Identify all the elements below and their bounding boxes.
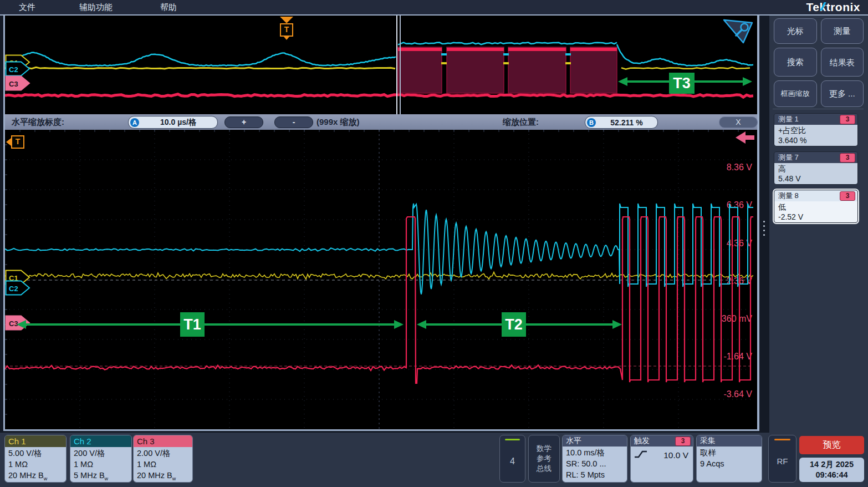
trigger-source-badge: 3: [675, 437, 691, 446]
channel-scale: 5.00 V/格: [8, 448, 66, 459]
record-length: RL: 5 Mpts: [566, 469, 627, 480]
zoom-in-button[interactable]: +: [224, 116, 263, 128]
measurement-badge-7[interactable]: 测量 7 3 高 5.48 V: [774, 151, 858, 185]
measurement-title: 测量 7: [778, 153, 799, 163]
menu-utility[interactable]: 辅助功能: [73, 2, 119, 13]
measurement-name: 低: [778, 202, 857, 212]
results-table-button[interactable]: 结果表: [821, 48, 864, 77]
acquisition-title: 采集: [697, 435, 762, 447]
rf-button[interactable]: RF: [768, 435, 796, 483]
draw-a-box-zoom-button[interactable]: 框画缩放: [774, 80, 817, 107]
acquisition-mode: 取样: [700, 447, 762, 458]
panel-splitter-handle[interactable]: [763, 221, 765, 236]
date-text: 14 2月 2025: [810, 459, 854, 470]
ref-label: 参考: [537, 454, 552, 464]
channel-bandwidth: 20 MHz Bw: [137, 470, 192, 483]
trigger-level: 10.0 V: [647, 450, 693, 461]
knob-a-icon[interactable]: A: [130, 118, 139, 127]
menu-bar: 文件 辅助功能 帮助 Tektronix: [0, 0, 868, 16]
horizontal-badge[interactable]: 水平 10.0 ms/格 SR: 50.0 ... RL: 5 Mpts: [562, 435, 627, 483]
measurement-value: 5.48 V: [778, 174, 857, 184]
channel-bandwidth: 20 MHz Bw: [8, 470, 66, 483]
channel-4-badge[interactable]: 4: [499, 435, 525, 483]
source-badge: 3: [840, 153, 855, 163]
channel-2-badge[interactable]: Ch 2 200 V/格 1 MΩ 5 MHz Bw: [70, 435, 132, 483]
channel-4-label: 4: [510, 440, 515, 482]
channel-3-badge[interactable]: Ch 3 2.00 V/格 1 MΩ 20 MHz Bw: [133, 435, 193, 483]
overview-annotations: [5, 16, 753, 114]
zoom-scale-control[interactable]: A 10.0 µs/格: [128, 116, 218, 129]
channel-name: Ch 1: [5, 435, 66, 447]
menu-help[interactable]: 帮助: [154, 2, 183, 13]
channel-name: Ch 2: [70, 435, 131, 447]
zoom-factor-readout: (999x 缩放): [316, 117, 360, 128]
measurement-title: 测量 1: [778, 114, 799, 124]
zoom-position-value: 52.211 %: [596, 118, 657, 127]
t1-annotation-label: T1: [180, 312, 205, 337]
rf-label: RF: [777, 440, 788, 482]
channel-impedance: 1 MΩ: [8, 459, 66, 470]
t1-arrow: [17, 320, 404, 329]
datetime-badge: 14 2月 2025 09:46:44: [799, 458, 864, 482]
zoom-position-control[interactable]: B 52.211 %: [585, 116, 658, 129]
right-sidebar: 光标 测量 搜索 结果表 框画缩放 更多 ... 测量 1 3 +占空比 3.6…: [769, 16, 868, 487]
zoom-scale-value: 10.0 µs/格: [139, 118, 217, 128]
math-label: 数学: [537, 444, 552, 454]
main-graticule-panel[interactable]: 8.36 V 6.36 V 4.36 V 2.36 V 360 mV -1.64…: [3, 130, 759, 431]
t2-annotation-label: T2: [502, 312, 526, 337]
menu-file[interactable]: 文件: [12, 2, 42, 13]
channel-scale: 2.00 V/格: [137, 448, 192, 459]
trigger-badge[interactable]: 触发 3 10.0 V: [630, 435, 693, 483]
bottom-settings-bar: Ch 1 5.00 V/格 1 MΩ 20 MHz Bw Ch 2 200 V/…: [0, 433, 868, 487]
horizontal-scale: 10.0 ms/格: [566, 447, 627, 458]
trigger-title: 触发: [634, 436, 650, 446]
channel-impedance: 1 MΩ: [137, 459, 192, 470]
waveform-overview-panel[interactable]: C1 C2 C3 T T3: [3, 16, 759, 114]
horizontal-title: 水平: [563, 435, 627, 447]
measurement-name: +占空比: [778, 125, 857, 135]
more-button[interactable]: 更多 ...: [821, 80, 864, 107]
measurement-badge-1[interactable]: 测量 1 3 +占空比 3.640 %: [774, 113, 858, 146]
zoom-out-button[interactable]: -: [274, 116, 313, 128]
zoom-scale-label: 水平缩放标度:: [12, 117, 64, 128]
cursors-button[interactable]: 光标: [774, 18, 817, 44]
measurement-name: 高: [778, 164, 857, 174]
sample-rate: SR: 50.0 ...: [566, 458, 627, 469]
rising-edge-icon: [634, 450, 647, 459]
channel-bandwidth: 5 MHz Bw: [74, 470, 131, 483]
channel-1-badge[interactable]: Ch 1 5.00 V/格 1 MΩ 20 MHz Bw: [4, 435, 67, 483]
search-button[interactable]: 搜索: [774, 48, 817, 77]
measure-button[interactable]: 测量: [821, 18, 864, 44]
knob-b-icon[interactable]: B: [587, 118, 596, 127]
preview-button[interactable]: 预览: [799, 436, 864, 454]
channel-name: Ch 3: [134, 435, 192, 447]
measurement-title: 测量 8: [778, 191, 799, 201]
oscilloscope-screen: 文件 辅助功能 帮助 Tektronix C1 C2 C3 T T3 水平缩放标…: [0, 0, 868, 487]
measurement-badge-8[interactable]: 测量 8 3 低 -2.52 V: [774, 190, 858, 223]
zoom-toolbar: 水平缩放标度: A 10.0 µs/格 + - (999x 缩放) 缩放位置: …: [3, 114, 759, 130]
acquisition-count: 9 Acqs: [700, 458, 762, 469]
source-badge: 3: [840, 115, 855, 124]
math-ref-bus-button[interactable]: 数学 参考 总线: [528, 435, 560, 483]
sidebar-divider: [773, 109, 864, 109]
zoom-position-label: 缩放位置:: [503, 117, 539, 128]
source-badge: 3: [840, 191, 855, 201]
time-text: 09:46:44: [815, 470, 847, 480]
zoom-close-button[interactable]: X: [719, 116, 758, 128]
bus-label: 总线: [537, 464, 552, 474]
channel-impedance: 1 MΩ: [74, 459, 131, 470]
acquisition-badge[interactable]: 采集 取样 9 Acqs: [696, 435, 762, 483]
measurement-value: 3.640 %: [778, 135, 857, 145]
measurement-value: -2.52 V: [778, 212, 857, 222]
t3-annotation-label: T3: [669, 73, 695, 94]
channel-scale: 200 V/格: [74, 448, 131, 459]
tektronix-logo: Tektronix: [806, 1, 860, 14]
main-annotations: [5, 130, 753, 429]
